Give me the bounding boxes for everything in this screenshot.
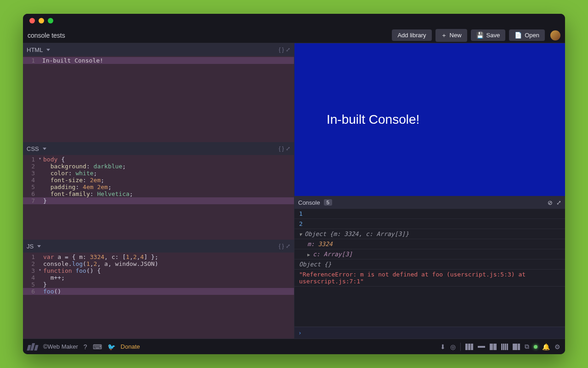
chevron-down-icon [37,245,41,247]
layout-3-icon[interactable] [490,344,497,350]
notifications-icon[interactable]: 🔔 [542,343,550,351]
console-error: "ReferenceError: m is not defined at foo… [294,270,565,287]
chevron-down-icon: ▼ [299,232,305,237]
console-log-prop[interactable]: ▶c: Array[3] [294,249,565,259]
console-label: Console [298,199,320,206]
chevron-down-icon [43,148,46,150]
console-log-object[interactable]: Object {} [294,259,565,270]
titlebar [23,14,565,28]
file-icon: 📄 [514,32,522,39]
preview-column: In-built Console! Console 5 ⊘ ⤢ 1 2 ▼Obj… [294,43,565,339]
add-library-label: Add library [397,32,426,39]
save-button[interactable]: 💾 Save [471,29,506,41]
js-pane-header[interactable]: JS { } ⤢ [23,240,294,253]
download-icon[interactable]: ⬇ [440,343,446,351]
html-pane-header[interactable]: HTML { } ⤢ [23,43,294,56]
donate-link[interactable]: Donate [121,343,140,350]
new-button[interactable]: ＋ New [435,29,467,42]
js-pane-label: JS [27,243,34,250]
detached-preview-icon[interactable]: ⧉ [525,343,529,351]
brand-label: ©Web Maker [43,343,78,350]
divider [460,343,461,351]
project-title[interactable]: console tests [28,32,388,39]
js-pane: JS { } ⤢ 1var a = { m: 3324, c: [1,2,4] … [23,240,294,339]
maximize-icon[interactable] [48,18,53,23]
expand-icon[interactable]: ⤢ [286,145,290,152]
console-log: 2 [294,219,565,229]
minimize-icon[interactable] [39,18,44,23]
layout-1-icon[interactable] [465,344,473,350]
console-count-badge: 5 [324,199,332,206]
editor-column: HTML { } ⤢ 1 In-built Console! CSS { } [23,43,294,339]
status-dot-icon [534,345,537,349]
braces-icon[interactable]: { } [279,145,284,152]
topbar: console tests Add library ＋ New 💾 Save 📄… [23,28,565,43]
avatar[interactable] [550,30,560,40]
css-pane-header[interactable]: CSS { } ⤢ [23,142,294,155]
layout-2-icon[interactable] [478,346,485,348]
codepen-icon[interactable]: ◎ [450,343,456,351]
brand-logo-icon[interactable] [28,343,38,351]
console-prompt: › [298,329,302,336]
html-pane: HTML { } ⤢ 1 In-built Console! [23,43,294,142]
main: HTML { } ⤢ 1 In-built Console! CSS { } [23,43,565,339]
clear-console-icon[interactable]: ⊘ [548,199,553,206]
open-button[interactable]: 📄 Open [509,29,545,41]
html-pane-label: HTML [27,46,43,53]
css-pane-label: CSS [27,145,39,152]
expand-icon[interactable]: ⤢ [286,243,290,249]
console-body[interactable]: 1 2 ▼Object {m: 3324, c: Array[3]} m: 33… [294,209,565,327]
css-pane: CSS { } ⤢ 1▾body { 2 background: darkblu… [23,142,294,240]
footer: ©Web Maker ? ⌨ 🐦 Donate ⬇ ◎ ⧉ 🔔 ⚙ [23,339,565,354]
console-log-prop: m: 3324 [294,239,565,249]
expand-icon[interactable]: ⤢ [286,46,290,53]
gear-icon[interactable]: ⚙ [554,343,560,351]
layout-5-icon[interactable] [513,344,520,350]
js-editor[interactable]: 1var a = { m: 3324, c: [1,2,4] }; 2conso… [23,253,294,339]
new-label: New [450,32,462,39]
console-log-object[interactable]: ▼Object {m: 3324, c: Array[3]} [294,229,565,239]
expand-icon[interactable]: ⤢ [556,199,561,206]
app-window: console tests Add library ＋ New 💾 Save 📄… [23,14,565,354]
save-icon: 💾 [476,32,484,39]
layout-4-icon[interactable] [501,344,508,350]
chevron-down-icon [46,49,50,51]
preview-pane: In-built Console! [294,43,565,196]
console-header[interactable]: Console 5 ⊘ ⤢ [294,196,565,209]
close-icon[interactable] [29,18,35,23]
preview-text: In-built Console! [313,112,419,127]
braces-icon[interactable]: { } [279,46,284,53]
braces-icon[interactable]: { } [279,243,284,249]
twitter-icon[interactable]: 🐦 [107,343,115,351]
add-library-button[interactable]: Add library [392,29,431,41]
save-label: Save [486,32,500,39]
html-editor[interactable]: 1 In-built Console! [23,56,294,142]
chevron-right-icon: ▶ [307,252,313,257]
help-icon[interactable]: ? [84,343,87,351]
css-editor[interactable]: 1▾body { 2 background: darkblue; 3 color… [23,155,294,240]
console-panel: Console 5 ⊘ ⤢ 1 2 ▼Object {m: 3324, c: A… [294,196,565,339]
plus-icon: ＋ [441,31,447,40]
console-input[interactable]: › [294,327,565,339]
open-label: Open [525,32,539,39]
console-log: 1 [294,209,565,219]
keyboard-icon[interactable]: ⌨ [93,343,102,351]
